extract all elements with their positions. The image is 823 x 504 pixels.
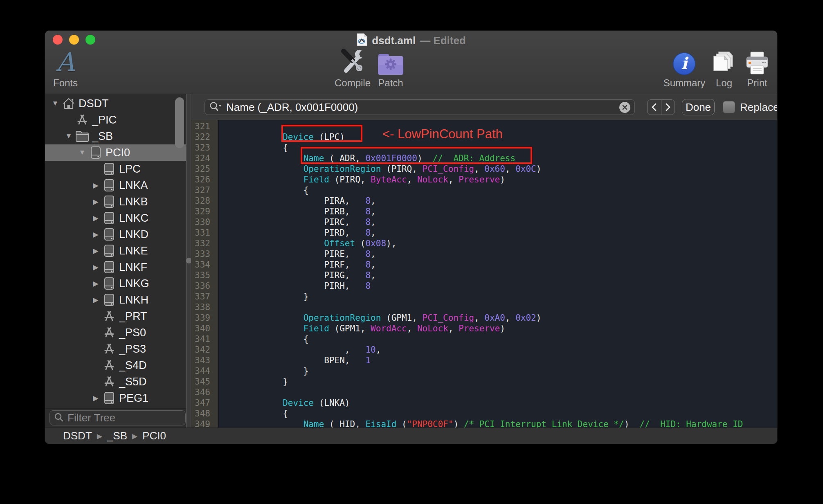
line-content: PIRC, 8, <box>214 217 376 227</box>
toolbar-button-print[interactable]: Print <box>744 46 770 89</box>
device-icon <box>102 293 117 306</box>
sidebar-item-lnkd[interactable]: ▶LNKD <box>45 226 186 243</box>
line-number: 338 <box>191 302 214 313</box>
sidebar-item-lnka[interactable]: ▶LNKA <box>45 177 186 194</box>
toolbar-button-fonts[interactable]: AFonts <box>53 46 78 89</box>
sidebar-item-_ps3[interactable]: _PS3 <box>45 341 186 357</box>
method-icon <box>102 310 117 322</box>
disclosure-open-icon[interactable]: ▼ <box>63 132 75 140</box>
line-content: OperationRegion (GPM1, PCI_Config, 0xA0,… <box>214 313 541 323</box>
sidebar-item-lnkh[interactable]: ▶LNKH <box>45 292 186 308</box>
sidebar-item-_s5d[interactable]: _S5D <box>45 374 186 390</box>
prev-icon[interactable] <box>648 100 661 115</box>
sidebar-item-lnkc[interactable]: ▶LNKC <box>45 210 186 226</box>
code-line-328: 328 PIRA, 8, <box>191 196 777 206</box>
line-content: PIRF, 8, <box>214 259 376 270</box>
line-number: 346 <box>191 387 214 398</box>
tree-item-label: _S5D <box>119 376 147 388</box>
replace-label: Replace <box>740 101 777 114</box>
disclosure-closed-icon[interactable]: ▶ <box>90 230 102 239</box>
annotation-box-device-lpc <box>281 125 362 142</box>
breadcrumb-item-_sb[interactable]: _SB <box>107 430 127 442</box>
line-content: OperationRegion (PIRQ, PCI_Config, 0x60,… <box>214 164 541 174</box>
app-window: dsdt.aml — Edited AFontsCompilePatchiSum… <box>45 31 777 444</box>
line-number: 341 <box>191 334 214 344</box>
pane-splitter[interactable] <box>186 94 191 428</box>
done-button[interactable]: Done <box>682 99 715 115</box>
filter-tree-input[interactable]: Filter Tree <box>49 410 186 425</box>
breadcrumb-item-dsdt[interactable]: DSDT <box>63 430 92 442</box>
toolbar-label: Log <box>716 77 732 89</box>
toolbar-label: Summary <box>663 77 706 89</box>
toolbar-button-patch[interactable]: Patch <box>377 46 404 89</box>
line-content: { <box>214 185 308 196</box>
line-number: 340 <box>191 323 214 334</box>
line-content: { <box>214 334 308 344</box>
disclosure-closed-icon[interactable]: ▶ <box>90 263 102 272</box>
disclosure-open-icon[interactable]: ▼ <box>49 99 61 108</box>
sidebar-item-_s4d[interactable]: _S4D <box>45 357 186 374</box>
sidebar-item-pci0[interactable]: ▼PCI0 <box>45 144 186 161</box>
line-content <box>214 387 241 398</box>
code-line-349: 349 Name (_HID, EisaId ("PNP0C0F") /* PC… <box>191 419 777 428</box>
code-line-344: 344 } <box>191 366 777 376</box>
toolbar-button-summary[interactable]: iSummary <box>663 46 706 89</box>
code-line-343: 343 BPEN, 1 <box>191 355 777 366</box>
sidebar-item-peg1[interactable]: ▶PEG1 <box>45 390 186 406</box>
code-line-337: 337 } <box>191 291 777 302</box>
disclosure-closed-icon[interactable]: ▶ <box>90 394 102 403</box>
disclosure-closed-icon[interactable]: ▶ <box>90 198 102 206</box>
sidebar-item-dsdt[interactable]: ▼DSDT <box>45 95 186 112</box>
sidebar-item-_pic[interactable]: _PIC <box>45 112 186 128</box>
tree-item-label: _PS0 <box>119 326 146 339</box>
house-icon <box>61 97 76 110</box>
window-title-filename: dsdt.aml <box>372 34 416 47</box>
tree-item-label: _PS3 <box>119 343 146 356</box>
sidebar-item-lnke[interactable]: ▶LNKE <box>45 243 186 259</box>
disclosure-closed-icon[interactable]: ▶ <box>90 214 102 223</box>
sidebar-item-lnkg[interactable]: ▶LNKG <box>45 275 186 292</box>
line-content: } <box>214 376 288 387</box>
code-lines: 321322 Device (LPC)323 {324 Name (_ADR, … <box>191 121 777 428</box>
sidebar-item-_ps0[interactable]: _PS0 <box>45 324 186 341</box>
line-number: 337 <box>191 291 214 302</box>
disclosure-closed-icon[interactable]: ▶ <box>90 279 102 288</box>
device-icon <box>102 162 117 176</box>
disclosure-closed-icon[interactable]: ▶ <box>90 296 102 304</box>
toolbar-button-compile[interactable]: Compile <box>335 46 371 89</box>
line-content: } <box>214 291 308 302</box>
line-number: 329 <box>191 206 214 217</box>
line-content: } <box>214 366 308 376</box>
breadcrumb: DSDT▶_SB▶PCI0 <box>45 428 777 444</box>
toolbar-button-log[interactable]: Log <box>711 46 737 89</box>
replace-checkbox[interactable] <box>723 101 735 113</box>
search-menu-icon[interactable] <box>209 101 222 113</box>
sidebar-item-lnkf[interactable]: ▶LNKF <box>45 259 186 275</box>
method-icon <box>102 327 117 338</box>
print-icon <box>744 46 770 76</box>
tree-item-label: LNKE <box>119 245 148 257</box>
tree-item-label: DSDT <box>79 97 109 110</box>
sidebar-item-_prt[interactable]: _PRT <box>45 308 186 324</box>
code-line-332: 332 Offset (0x08), <box>191 238 777 249</box>
sidebar-scrollbar[interactable] <box>175 97 184 148</box>
line-number: 325 <box>191 164 214 174</box>
sidebar-item-lpc[interactable]: LPC <box>45 161 186 177</box>
fonts-icon: A <box>56 46 75 76</box>
patch-icon <box>377 46 404 76</box>
next-icon[interactable] <box>661 100 675 115</box>
disclosure-closed-icon[interactable]: ▶ <box>90 181 102 190</box>
line-number: 335 <box>191 270 214 281</box>
sidebar-item-lnkb[interactable]: ▶LNKB <box>45 194 186 210</box>
sidebar-item-_sb[interactable]: ▼_SB <box>45 128 186 144</box>
log-icon <box>711 46 737 76</box>
disclosure-closed-icon[interactable]: ▶ <box>90 247 102 255</box>
desktop: dsdt.aml — Edited AFontsCompilePatchiSum… <box>0 0 823 504</box>
method-icon <box>75 114 90 126</box>
disclosure-open-icon[interactable]: ▼ <box>76 148 88 157</box>
find-input[interactable]: Name (_ADR, 0x001F0000) <box>205 99 635 115</box>
code-line-329: 329 PIRB, 8, <box>191 206 777 217</box>
breadcrumb-item-pci0[interactable]: PCI0 <box>142 430 166 442</box>
code-editor[interactable]: 321322 Device (LPC)323 {324 Name (_ADR, … <box>191 120 777 428</box>
clear-icon[interactable] <box>619 102 630 113</box>
